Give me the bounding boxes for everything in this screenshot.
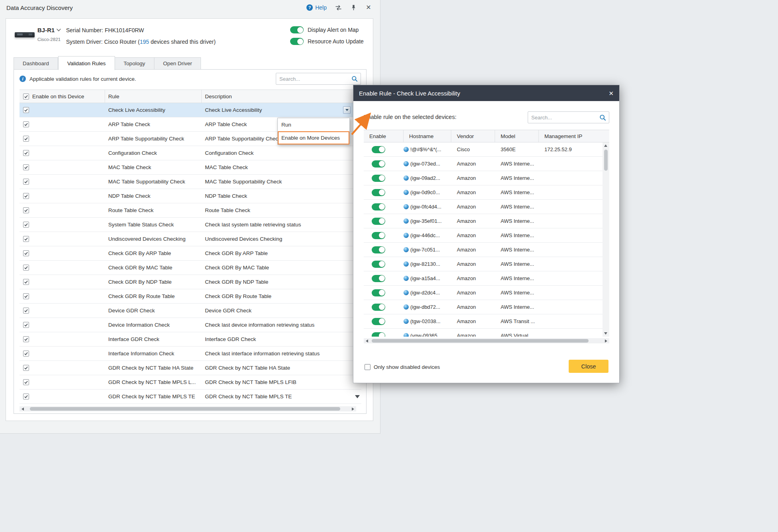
rule-enable-checkbox[interactable] (23, 107, 29, 113)
pin-icon[interactable] (350, 4, 357, 11)
rule-row[interactable]: NDP Table CheckNDP Table Check (19, 189, 361, 203)
device-enable-toggle[interactable] (372, 218, 385, 225)
rule-enable-checkbox[interactable] (23, 322, 29, 328)
search-icon[interactable] (351, 76, 358, 82)
device-row[interactable]: (tgw-02038...AmazonAWS Transit ... (364, 314, 603, 329)
rule-row[interactable]: Check GDR By Route TableCheck GDR By Rou… (19, 289, 361, 304)
tab-topology[interactable]: Topology (115, 57, 154, 70)
rule-row[interactable]: Route Table CheckRoute Table Check (19, 203, 361, 218)
rules-h-scroll-thumb[interactable] (30, 407, 340, 411)
close-icon[interactable]: ✕ (365, 4, 372, 11)
device-enable-toggle[interactable] (372, 318, 385, 325)
device-row[interactable]: (igw-82130...AmazonAWS Interne... (364, 257, 603, 271)
select-all-checkbox[interactable] (23, 94, 29, 99)
device-enable-toggle[interactable] (372, 304, 385, 311)
rule-enable-checkbox[interactable] (23, 121, 29, 127)
rules-search-input[interactable] (276, 76, 351, 82)
device-row[interactable]: !@#$%^&*(...Cisco3560E172.25.52.9 (364, 142, 603, 157)
display-alert-toggle[interactable] (290, 26, 304, 33)
menu-item-enable-on-more-devices[interactable]: Enable on More Devices (278, 131, 349, 144)
rule-row[interactable]: GDR Check by NCT Table MPLS TEGDR Check … (19, 390, 361, 404)
device-enable-toggle[interactable] (372, 203, 385, 210)
device-row[interactable]: (igw-0fc4d4...AmazonAWS Interne... (364, 200, 603, 214)
rule-enable-checkbox[interactable] (23, 207, 29, 213)
rule-enable-checkbox[interactable] (23, 351, 29, 357)
rule-enable-checkbox[interactable] (23, 150, 29, 156)
device-row[interactable]: (igw-09ad2...AmazonAWS Interne... (364, 171, 603, 185)
row-actions-dropdown[interactable] (343, 106, 351, 114)
devices-h-scrollbar[interactable] (364, 338, 609, 343)
rule-row[interactable]: Check GDR By ARP TableCheck GDR By ARP T… (19, 246, 361, 261)
device-row[interactable]: (igw-dbd72...AmazonAWS Interne... (364, 300, 603, 314)
rule-enable-checkbox[interactable] (23, 379, 29, 385)
scroll-right-arrow[interactable] (352, 407, 354, 411)
device-enable-toggle[interactable] (372, 175, 385, 182)
tab-validation-rules[interactable]: Validation Rules (58, 56, 115, 70)
device-enable-toggle[interactable] (372, 246, 385, 253)
device-row[interactable]: (igw-7c051...AmazonAWS Interne... (364, 243, 603, 257)
device-enable-toggle[interactable] (372, 275, 385, 282)
device-enable-toggle[interactable] (372, 189, 385, 196)
dialog-close-icon[interactable]: ✕ (608, 90, 614, 96)
devices-v-scrollbar[interactable] (603, 142, 609, 337)
devices-scroll-right-arrow[interactable] (605, 339, 607, 343)
rule-row[interactable]: Undiscovered Devices CheckingUndiscovere… (19, 232, 361, 246)
rule-row[interactable]: Check Live AccessibilityCheck Live Acces… (19, 103, 361, 117)
device-name[interactable]: BJ-R1 (37, 27, 55, 33)
tab-dashboard[interactable]: Dashboard (14, 57, 58, 70)
devices-search-input[interactable] (528, 115, 599, 121)
device-row[interactable]: (igw-073ed...AmazonAWS Interne... (364, 157, 603, 171)
rule-enable-checkbox[interactable] (23, 293, 29, 299)
rule-row[interactable]: Device Information CheckCheck last devic… (19, 318, 361, 332)
only-disabled-checkbox[interactable] (365, 364, 370, 370)
rule-enable-checkbox[interactable] (23, 279, 29, 285)
devices-h-scroll-thumb[interactable] (372, 339, 589, 343)
only-disabled-checkbox-row[interactable]: Only show disabled devices (365, 364, 440, 370)
help-button[interactable]: ? Help (306, 4, 327, 11)
device-enable-toggle[interactable] (372, 332, 385, 337)
device-enable-toggle[interactable] (372, 160, 385, 168)
rule-row[interactable]: GDR Check by NCT Table MPLS L...GDR Chec… (19, 375, 361, 390)
devices-search-icon[interactable] (599, 114, 606, 121)
resource-auto-update-toggle[interactable] (290, 38, 304, 45)
rule-row[interactable]: MAC Table CheckMAC Table Check (19, 160, 361, 175)
close-button[interactable]: Close (569, 360, 608, 373)
device-row[interactable]: (igw-0d9c0...AmazonAWS Interne... (364, 185, 603, 200)
scroll-down-arrow[interactable] (604, 332, 607, 335)
rule-row[interactable]: GDR Check by NCT Table HA StateGDR Check… (19, 361, 361, 375)
device-row[interactable]: (igw-446dc...AmazonAWS Interne... (364, 228, 603, 243)
device-row[interactable]: (vgw-09365...AmazonAWS Virtual (364, 329, 603, 337)
rule-enable-checkbox[interactable] (23, 308, 29, 314)
rule-enable-checkbox[interactable] (23, 336, 29, 342)
device-enable-toggle[interactable] (372, 232, 385, 239)
shared-driver-link[interactable]: 195 (140, 39, 149, 45)
device-row[interactable]: (igw-35ef01...AmazonAWS Interne... (364, 214, 603, 228)
menu-item-run[interactable]: Run (278, 118, 349, 131)
rules-h-scrollbar[interactable] (19, 406, 356, 411)
chevron-down-icon[interactable] (57, 29, 61, 31)
rule-row[interactable]: Check GDR By NDP TableCheck GDR By NDP T… (19, 275, 361, 289)
device-row[interactable]: (igw-d2dc4...AmazonAWS Interne... (364, 286, 603, 300)
scroll-left-arrow[interactable] (21, 407, 24, 411)
rule-enable-checkbox[interactable] (23, 222, 29, 228)
rule-row[interactable]: MAC Table Supportability CheckMAC Table … (19, 175, 361, 189)
rule-enable-checkbox[interactable] (23, 193, 29, 199)
refresh-icon[interactable] (335, 4, 342, 11)
device-enable-toggle[interactable] (372, 261, 385, 268)
rule-enable-checkbox[interactable] (23, 236, 29, 242)
devices-v-scroll-thumb[interactable] (604, 150, 608, 171)
rule-enable-checkbox[interactable] (23, 394, 29, 399)
rule-enable-checkbox[interactable] (23, 136, 29, 142)
tab-open-driver[interactable]: Open Driver (154, 57, 201, 70)
device-row[interactable]: (igw-a15a4...AmazonAWS Interne... (364, 271, 603, 286)
rule-enable-checkbox[interactable] (23, 164, 29, 170)
rules-v-scroll-down-arrow[interactable] (355, 395, 360, 398)
rule-enable-checkbox[interactable] (23, 179, 29, 185)
rule-enable-checkbox[interactable] (23, 250, 29, 256)
device-enable-toggle[interactable] (372, 289, 385, 296)
rule-row[interactable]: Interface GDR CheckInterface GDR Check (19, 332, 361, 347)
rule-enable-checkbox[interactable] (23, 265, 29, 271)
device-enable-toggle[interactable] (372, 146, 385, 153)
rule-enable-checkbox[interactable] (23, 365, 29, 371)
rule-row[interactable]: Configuration CheckConfiguration Check (19, 146, 361, 160)
